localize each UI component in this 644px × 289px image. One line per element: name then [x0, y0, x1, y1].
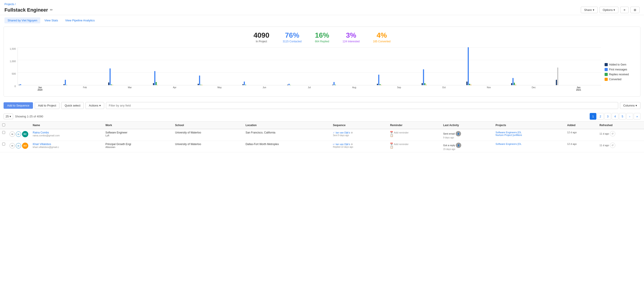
- legend-messages: First messages: [604, 68, 636, 71]
- top-actions: Share ▾ Options ▾ ≡ ⊞: [581, 7, 640, 13]
- edit-icon[interactable]: ✏: [50, 8, 53, 12]
- bar-group: [332, 82, 376, 85]
- stat-converted: 4% 165 Converted: [373, 31, 390, 43]
- actions-button[interactable]: Actions ▾: [86, 102, 104, 109]
- page-1-button[interactable]: 1: [590, 113, 596, 120]
- row-projects: Software Engineers [OL: [493, 141, 565, 152]
- legend-added: Added to Gem: [604, 63, 636, 66]
- tab-stats[interactable]: View Stats: [41, 17, 61, 24]
- row-select-checkbox[interactable]: [2, 131, 5, 134]
- bar-segment: [557, 68, 558, 85]
- bar-segment: [156, 82, 157, 85]
- candidates-table: Name Work School Location Sequence Remin…: [0, 121, 644, 152]
- pagination: 1 2 3 4 5 › »: [590, 113, 640, 120]
- row-added: 12 d ago: [565, 129, 597, 141]
- breadcrumb: Projects /: [4, 3, 640, 6]
- row-refreshed: 11 d ago ↺: [597, 141, 644, 152]
- bar-segment: [290, 85, 291, 85]
- bar-segment: [470, 85, 472, 85]
- row-icons: ✉ in RC: [7, 129, 30, 141]
- linkedin-icon-btn[interactable]: in: [16, 143, 21, 148]
- share-button[interactable]: Share ▾: [581, 7, 598, 13]
- x-label: Jan2021: [556, 86, 601, 91]
- bar-segment: [157, 85, 158, 85]
- calendar-icon: 📅: [390, 131, 393, 134]
- tab-shared[interactable]: Shared by Viet Nguyen: [4, 17, 40, 24]
- page-3-button[interactable]: 3: [604, 113, 611, 120]
- x-label: Jun: [242, 86, 287, 91]
- x-label: Oct: [422, 86, 466, 91]
- note-icon[interactable]: 📋: [390, 146, 393, 149]
- add-to-project-button[interactable]: Add to Project: [35, 102, 60, 109]
- bars-container: [18, 48, 601, 85]
- page-5-button[interactable]: 5: [619, 113, 626, 120]
- bar-segment: [111, 85, 112, 85]
- refresh-icon-btn[interactable]: ↺: [610, 143, 615, 148]
- add-to-sequence-button[interactable]: Add to Sequence: [4, 102, 33, 109]
- top-bar: Projects / Fullstack Engineer ✏ Share ▾ …: [0, 0, 644, 15]
- x-label: Jan2020: [18, 86, 62, 91]
- header-refreshed: Refreshed: [597, 122, 644, 129]
- header-school: School: [173, 122, 243, 129]
- bar-group: [153, 71, 197, 85]
- refresh-icon-btn[interactable]: ↺: [610, 131, 615, 136]
- x-labels: Jan2020FebMarAprMayJunJulAugSepOctNovDec…: [18, 85, 601, 91]
- last-page-button[interactable]: »: [634, 113, 640, 120]
- bar-group: [556, 68, 600, 85]
- stat-contacted: 76% 3115 Contacted: [283, 31, 302, 43]
- options-button[interactable]: Options ▾: [600, 7, 618, 13]
- quick-select-button[interactable]: Quick select: [61, 102, 84, 109]
- bar-segment: [153, 83, 154, 85]
- chart-y-labels: 0 500 1,000 1,500: [8, 48, 17, 92]
- page-4-button[interactable]: 4: [612, 113, 618, 120]
- table-header: Name Work School Location Sequence Remin…: [0, 122, 644, 129]
- bar-segment: [245, 85, 246, 85]
- row-reminder: 📅 Add reminder 📋: [388, 141, 441, 152]
- bar-segment: [512, 78, 514, 85]
- row-last-activity: Sent email 👤 9 days ago: [441, 129, 493, 141]
- tab-pipeline[interactable]: View Pipeline Analytics: [62, 17, 98, 24]
- gear-icon[interactable]: ⚙: [351, 131, 353, 134]
- x-label: Dec: [511, 86, 556, 91]
- email-icon-btn[interactable]: ✉: [10, 143, 15, 148]
- toolbar-row: Add to Sequence Add to Project Quick sel…: [0, 100, 644, 111]
- bar-group: [108, 68, 152, 85]
- row-select-checkbox[interactable]: [2, 143, 5, 146]
- x-label: Aug: [332, 86, 377, 91]
- page-2-button[interactable]: 2: [597, 113, 604, 120]
- gear-icon[interactable]: ⚙: [351, 143, 353, 146]
- row-location: San Francisco, California: [243, 129, 331, 141]
- header-checkbox-col: [0, 122, 7, 129]
- bar-segment: [380, 84, 381, 85]
- calendar-icon: 📅: [390, 143, 393, 146]
- bar-segment: [200, 85, 202, 85]
- legend-replies: Replies received: [604, 73, 636, 76]
- bar-segment: [423, 69, 424, 85]
- bar-group: [198, 76, 242, 85]
- list-view-button[interactable]: ≡: [620, 7, 629, 13]
- x-label: Feb: [62, 86, 108, 91]
- legend-converted: Converted: [604, 78, 636, 81]
- showing-text: Showing 1-25 of 4090: [15, 115, 43, 118]
- bar-segment: [426, 85, 427, 85]
- breadcrumb-link[interactable]: Projects: [4, 3, 14, 6]
- per-page-select[interactable]: 25 ▾: [4, 114, 13, 119]
- columns-button[interactable]: Columns ▾: [620, 102, 640, 109]
- x-label: Jul: [287, 86, 332, 91]
- x-label: Nov: [466, 86, 511, 91]
- header-projects: Projects: [493, 122, 565, 129]
- x-label: May: [197, 86, 242, 91]
- grid-view-button[interactable]: ⊞: [630, 7, 640, 13]
- bar-segment: [244, 82, 245, 85]
- note-icon[interactable]: 📋: [390, 134, 393, 137]
- bar-segment: [64, 84, 64, 85]
- email-icon-btn[interactable]: ✉: [10, 131, 15, 137]
- next-page-button[interactable]: ›: [626, 113, 633, 120]
- bar-segment: [377, 84, 378, 85]
- bar-segment: [515, 85, 516, 85]
- chart-area: 0 500 1,000 1,500 Jan2020FebMarAprMayJun…: [8, 48, 636, 92]
- filter-input[interactable]: [106, 102, 618, 109]
- select-all-checkbox[interactable]: [2, 123, 5, 126]
- table-row: ✉ in KV Khari Villalobos khari.villalobo…: [0, 141, 644, 152]
- linkedin-icon-btn[interactable]: in: [16, 131, 21, 137]
